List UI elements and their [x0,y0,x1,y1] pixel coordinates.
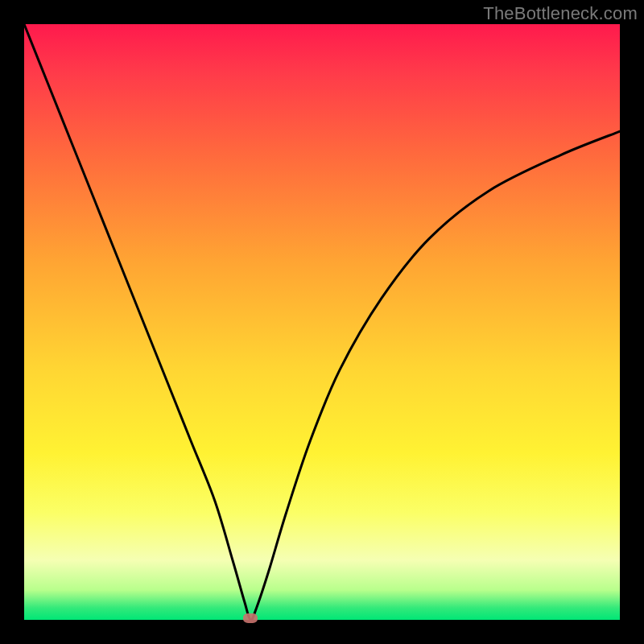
minimum-marker [243,613,258,623]
watermark-text: TheBottleneck.com [483,3,638,24]
plot-area [24,24,620,620]
chart-frame: TheBottleneck.com [0,0,644,644]
bottleneck-curve [24,24,620,620]
